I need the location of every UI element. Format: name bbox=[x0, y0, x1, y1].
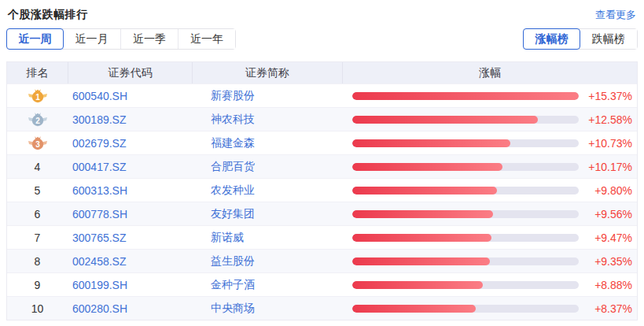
change-bar bbox=[352, 139, 510, 147]
change-cell: +8.88% bbox=[342, 273, 637, 296]
stock-code[interactable]: 600540.SH bbox=[68, 84, 192, 107]
change-bar-track bbox=[352, 163, 579, 171]
change-bar-track bbox=[352, 234, 579, 242]
change-bar bbox=[352, 257, 490, 265]
change-bar-track bbox=[352, 210, 579, 218]
table-body: 1600540.SH新赛股份+15.37%2300189.SZ神农科技+12.5… bbox=[7, 83, 637, 320]
svg-text:1: 1 bbox=[35, 93, 40, 102]
change-bar-track bbox=[352, 187, 579, 194]
stock-code[interactable]: 000417.SZ bbox=[68, 155, 192, 178]
change-cell: +15.37% bbox=[342, 84, 637, 107]
stock-name[interactable]: 友好集团 bbox=[192, 202, 342, 225]
rank-number: 6 bbox=[7, 202, 68, 225]
tab-period-1[interactable]: 近一周 bbox=[6, 28, 64, 50]
stock-code[interactable]: 300189.SZ bbox=[68, 108, 192, 131]
table-row[interactable]: 1600540.SH新赛股份+15.37% bbox=[7, 83, 637, 107]
change-percent: +8.88% bbox=[594, 279, 632, 291]
tab-period-4[interactable]: 近一年 bbox=[178, 29, 235, 49]
view-more-link[interactable]: 查看更多 bbox=[595, 8, 636, 22]
rank-number: 4 bbox=[7, 155, 68, 178]
stock-code[interactable]: 600778.SH bbox=[68, 202, 192, 225]
change-bar bbox=[352, 116, 538, 124]
change-percent: +12.58% bbox=[588, 113, 632, 126]
tab-board-2[interactable]: 跌幅榜 bbox=[580, 29, 637, 49]
change-cell: +10.73% bbox=[342, 132, 637, 154]
change-percent: +9.35% bbox=[594, 255, 632, 268]
change-percent: +8.37% bbox=[594, 302, 632, 315]
change-bar-track bbox=[352, 139, 579, 147]
stock-name[interactable]: 合肥百货 bbox=[192, 155, 342, 178]
table-row[interactable]: 9600199.SH金种子酒+8.88% bbox=[7, 272, 637, 296]
table-row[interactable]: 7300765.SZ新诺威+9.47% bbox=[7, 225, 637, 249]
change-percent: +15.37% bbox=[588, 90, 632, 102]
change-cell: +9.56% bbox=[342, 202, 637, 225]
stock-code[interactable]: 002458.SZ bbox=[68, 250, 192, 272]
ranking-table: 排名 证券代码 证券简称 涨幅 1600540.SH新赛股份+15.37%230… bbox=[6, 61, 638, 320]
change-cell: +10.17% bbox=[342, 155, 637, 178]
change-bar bbox=[352, 234, 491, 242]
change-percent: +10.73% bbox=[588, 137, 632, 150]
change-percent: +9.56% bbox=[594, 208, 632, 220]
tab-period-3[interactable]: 近一季 bbox=[120, 29, 178, 49]
stock-ranking-widget: 个股涨跌幅排行 查看更多 近一周近一月近一季近一年 涨幅榜跌幅榜 排名 证券代码… bbox=[0, 0, 644, 326]
change-percent: +9.80% bbox=[594, 184, 632, 197]
stock-name[interactable]: 益生股份 bbox=[192, 250, 342, 272]
change-bar bbox=[352, 187, 497, 194]
table-row[interactable]: 4000417.SZ合肥百货+10.17% bbox=[7, 154, 637, 178]
stock-code[interactable]: 300765.SZ bbox=[68, 226, 192, 249]
rank-number: 7 bbox=[7, 226, 68, 249]
column-header-change: 涨幅 bbox=[342, 62, 637, 83]
period-tab-group: 近一周近一月近一季近一年 bbox=[6, 28, 236, 50]
stock-code[interactable]: 600199.SH bbox=[68, 273, 192, 296]
stock-code[interactable]: 600280.SH bbox=[68, 297, 192, 320]
rank-number: 8 bbox=[7, 250, 68, 272]
rank-medal-gold-icon: 1 bbox=[7, 84, 68, 107]
change-cell: +12.58% bbox=[342, 108, 637, 131]
svg-text:2: 2 bbox=[35, 117, 40, 125]
stock-code[interactable]: 002679.SZ bbox=[68, 132, 192, 154]
table-header-row: 排名 证券代码 证券简称 涨幅 bbox=[7, 62, 637, 83]
stock-name[interactable]: 中央商场 bbox=[192, 297, 342, 320]
board-tab-group: 涨幅榜跌幅榜 bbox=[523, 28, 638, 50]
change-bar bbox=[352, 281, 483, 289]
column-header-code: 证券代码 bbox=[68, 62, 192, 83]
rank-number: 9 bbox=[7, 273, 68, 296]
change-percent: +10.17% bbox=[588, 161, 632, 173]
change-cell: +8.37% bbox=[342, 297, 637, 320]
tab-row: 近一周近一月近一季近一年 涨幅榜跌幅榜 bbox=[0, 22, 644, 50]
change-bar-track bbox=[352, 281, 579, 289]
table-row[interactable]: 3002679.SZ福建金森+10.73% bbox=[7, 131, 637, 154]
stock-name[interactable]: 金种子酒 bbox=[192, 273, 342, 296]
tab-period-2[interactable]: 近一月 bbox=[63, 29, 120, 49]
table-row[interactable]: 10600280.SH中央商场+8.37% bbox=[7, 296, 637, 320]
stock-name[interactable]: 新诺威 bbox=[192, 226, 342, 249]
change-bar bbox=[352, 305, 476, 313]
tab-board-1[interactable]: 涨幅榜 bbox=[523, 28, 580, 50]
change-bar-track bbox=[352, 305, 579, 313]
rank-medal-bronze-icon: 3 bbox=[7, 132, 68, 154]
change-cell: +9.35% bbox=[342, 250, 637, 272]
stock-code[interactable]: 600313.SH bbox=[68, 179, 192, 202]
change-bar bbox=[352, 92, 579, 100]
change-bar-track bbox=[352, 92, 579, 100]
table-row[interactable]: 5600313.SH农发种业+9.80% bbox=[7, 178, 637, 202]
change-bar bbox=[352, 210, 493, 218]
column-header-name: 证券简称 bbox=[192, 62, 342, 83]
stock-name[interactable]: 农发种业 bbox=[192, 179, 342, 202]
rank-number: 5 bbox=[7, 179, 68, 202]
table-row[interactable]: 2300189.SZ神农科技+12.58% bbox=[7, 107, 637, 131]
change-bar-track bbox=[352, 116, 579, 124]
table-row[interactable]: 8002458.SZ益生股份+9.35% bbox=[7, 249, 637, 272]
page-title: 个股涨跌幅排行 bbox=[8, 8, 88, 22]
stock-name[interactable]: 福建金森 bbox=[192, 132, 342, 154]
widget-header: 个股涨跌幅排行 查看更多 bbox=[0, 0, 644, 22]
stock-name[interactable]: 神农科技 bbox=[192, 108, 342, 131]
change-percent: +9.47% bbox=[594, 232, 632, 244]
stock-name[interactable]: 新赛股份 bbox=[192, 84, 342, 107]
change-bar-track bbox=[352, 257, 579, 265]
rank-number: 10 bbox=[7, 297, 68, 320]
table-row[interactable]: 6600778.SH友好集团+9.56% bbox=[7, 202, 637, 225]
change-cell: +9.80% bbox=[342, 179, 637, 202]
column-header-rank: 排名 bbox=[7, 62, 68, 83]
change-bar bbox=[352, 163, 502, 171]
